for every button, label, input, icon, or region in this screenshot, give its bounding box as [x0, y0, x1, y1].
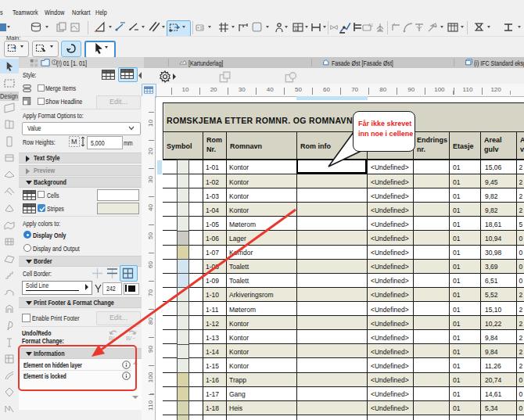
- svg-text:/: /: [113, 335, 115, 341]
- svg-text:A1: A1: [368, 23, 373, 27]
- svg-text:/: /: [130, 335, 132, 341]
- svg-text:12: 12: [295, 27, 300, 31]
- svg-text:-: -: [116, 334, 118, 341]
- svg-text:M: M: [71, 138, 77, 145]
- svg-text:-: -: [133, 334, 135, 341]
